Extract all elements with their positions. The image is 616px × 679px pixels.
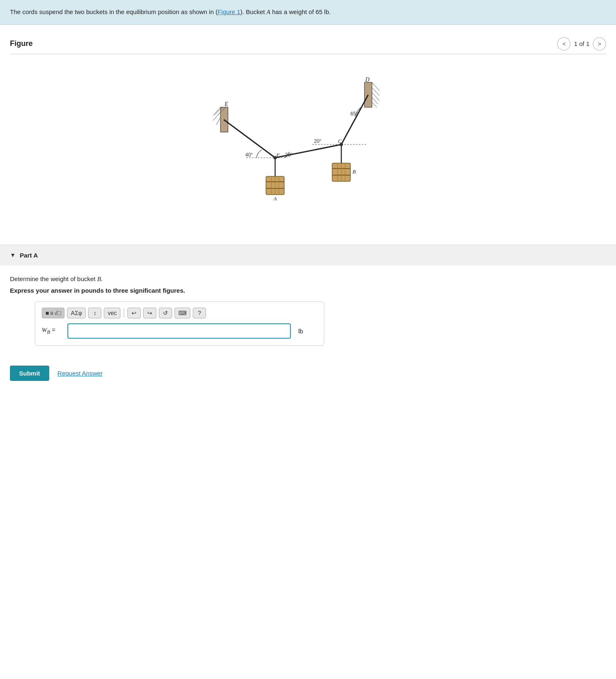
figure-header: Figure < 1 of 1 > — [10, 37, 606, 51]
toolbar-redo-btn[interactable]: ↪ — [143, 308, 156, 318]
prev-figure-button[interactable]: < — [557, 37, 570, 51]
figure-title: Figure — [10, 39, 33, 48]
toolbar-keyboard-btn[interactable]: ⌨ — [175, 308, 190, 318]
wb-input[interactable] — [67, 323, 291, 339]
problem-text-suffix: ). Bucket — [240, 8, 266, 15]
svg-line-22 — [341, 95, 368, 144]
part-a-section: ▼ Part A — [0, 245, 616, 265]
part-a-instruction: Express your answer in pounds to three s… — [10, 287, 606, 294]
svg-text:A: A — [273, 195, 277, 202]
part-a-question: Determine the weight of bucket B. — [10, 275, 606, 283]
svg-line-9 — [372, 92, 379, 101]
answer-box: ■ a √□ ΑΣφ ↕ vec ↩ ↪ ↺ ⌨ ? WB = lb — [35, 301, 324, 346]
part-a-body: Determine the weight of bucket B. Expres… — [0, 265, 616, 358]
svg-text:D: D — [365, 77, 369, 83]
wb-label: WB = — [42, 326, 62, 335]
submit-button[interactable]: Submit — [10, 366, 49, 381]
toolbar-refresh-btn[interactable]: ↺ — [159, 308, 172, 318]
toolbar-arrows-btn[interactable]: ↕ — [88, 308, 101, 318]
toolbar-vec-btn[interactable]: vec — [104, 308, 120, 318]
problem-text-end: has a weight of 65 lb. — [271, 8, 331, 15]
svg-text:40°: 40° — [245, 152, 253, 158]
bottom-actions: Submit Request Answer — [0, 358, 616, 388]
figure-section: Figure < 1 of 1 > E — [0, 25, 616, 245]
bucket-b-label: B — [97, 276, 101, 282]
svg-point-41 — [273, 156, 277, 159]
svg-text:B: B — [352, 169, 356, 175]
unit-label: lb — [298, 327, 303, 335]
toolbar-help-btn[interactable]: ? — [193, 308, 206, 318]
figure-divider — [10, 54, 606, 54]
mechanics-diagram: E D 40° F 20° 20° — [192, 71, 424, 220]
request-answer-link[interactable]: Request Answer — [58, 370, 103, 377]
svg-text:E: E — [224, 101, 228, 107]
toolbar-separator — [124, 308, 124, 318]
toolbar-symbol-btn[interactable]: ΑΣφ — [67, 308, 86, 318]
part-a-label: Part A — [20, 252, 38, 259]
toolbar-undo-btn[interactable]: ↩ — [127, 308, 141, 318]
input-row: WB = lb — [42, 323, 317, 339]
svg-line-7 — [372, 82, 379, 91]
svg-text:65°: 65° — [350, 111, 358, 117]
toolbar-square-btn[interactable]: ■ a √□ — [42, 308, 65, 318]
svg-line-8 — [372, 87, 379, 96]
svg-point-42 — [340, 143, 343, 146]
svg-line-11 — [372, 102, 377, 107]
figure-count: 1 of 1 — [574, 40, 590, 47]
svg-line-1 — [213, 107, 221, 116]
svg-text:20°: 20° — [314, 138, 321, 144]
figure-link[interactable]: Figure 1 — [218, 8, 240, 15]
figure-diagram: E D 40° F 20° 20° — [10, 63, 606, 236]
bucket-a-label: A — [266, 9, 270, 15]
part-toggle[interactable]: ▼ — [10, 252, 16, 258]
problem-text-prefix: The cords suspend the two buckets in the… — [10, 8, 218, 15]
math-toolbar: ■ a √□ ΑΣφ ↕ vec ↩ ↪ ↺ ⌨ ? — [42, 308, 317, 318]
next-figure-button[interactable]: > — [593, 37, 606, 51]
svg-line-3 — [216, 117, 221, 125]
figure-nav: < 1 of 1 > — [557, 37, 606, 51]
problem-statement: The cords suspend the two buckets in the… — [0, 0, 616, 25]
